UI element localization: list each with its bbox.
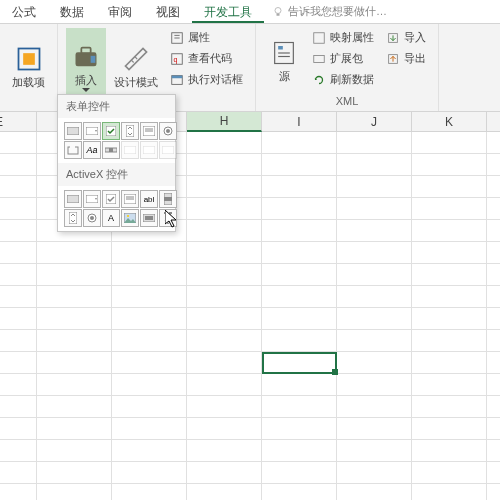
col-header-E[interactable]: E	[0, 112, 37, 132]
cell[interactable]	[37, 374, 112, 396]
cell[interactable]	[112, 308, 187, 330]
cell[interactable]	[412, 198, 487, 220]
cell[interactable]	[262, 418, 337, 440]
ax-combo[interactable]	[83, 190, 101, 208]
tab-formula[interactable]: 公式	[0, 0, 48, 23]
cell[interactable]	[487, 176, 500, 198]
cell[interactable]	[412, 132, 487, 154]
cell[interactable]	[487, 484, 500, 500]
ax-button[interactable]	[64, 190, 82, 208]
tellme-search[interactable]: 告诉我您想要做什…	[264, 0, 395, 23]
cell[interactable]	[37, 330, 112, 352]
cell[interactable]	[412, 418, 487, 440]
cell[interactable]	[487, 264, 500, 286]
cell[interactable]	[337, 330, 412, 352]
cell[interactable]	[187, 198, 262, 220]
cell[interactable]	[487, 396, 500, 418]
cell[interactable]	[412, 462, 487, 484]
cell[interactable]	[37, 308, 112, 330]
cell[interactable]	[337, 198, 412, 220]
cell[interactable]	[337, 308, 412, 330]
cell[interactable]	[487, 418, 500, 440]
refresh-button[interactable]: 刷新数据	[308, 70, 378, 89]
cell[interactable]	[112, 418, 187, 440]
form-label[interactable]: Aa	[83, 141, 101, 159]
cell[interactable]	[187, 176, 262, 198]
cell[interactable]	[262, 220, 337, 242]
tab-review[interactable]: 审阅	[96, 0, 144, 23]
addins-button[interactable]: 加载项	[8, 28, 49, 107]
form-spinner[interactable]	[121, 122, 139, 140]
cell[interactable]	[337, 242, 412, 264]
cell[interactable]	[112, 330, 187, 352]
cell[interactable]	[262, 154, 337, 176]
cell[interactable]	[0, 286, 37, 308]
cell[interactable]	[412, 484, 487, 500]
form-listbox[interactable]	[140, 122, 158, 140]
cell[interactable]	[337, 484, 412, 500]
cell[interactable]	[487, 330, 500, 352]
cell[interactable]	[262, 462, 337, 484]
cell[interactable]	[187, 264, 262, 286]
cell[interactable]	[412, 396, 487, 418]
cell[interactable]	[412, 352, 487, 374]
ax-listbox[interactable]	[121, 190, 139, 208]
expansion-button[interactable]: 扩展包	[308, 49, 378, 68]
cell[interactable]	[0, 242, 37, 264]
cell[interactable]	[487, 440, 500, 462]
cell[interactable]	[187, 440, 262, 462]
cell[interactable]	[262, 308, 337, 330]
cell[interactable]	[337, 418, 412, 440]
cell[interactable]	[337, 286, 412, 308]
ax-textbox[interactable]: abl	[140, 190, 158, 208]
form-combo[interactable]	[83, 122, 101, 140]
cell[interactable]	[412, 330, 487, 352]
cell[interactable]	[262, 484, 337, 500]
cell[interactable]	[112, 484, 187, 500]
cell[interactable]	[112, 440, 187, 462]
cell[interactable]	[37, 264, 112, 286]
cell[interactable]	[487, 374, 500, 396]
cell[interactable]	[337, 440, 412, 462]
cell[interactable]	[337, 264, 412, 286]
cell[interactable]	[187, 330, 262, 352]
cell[interactable]	[412, 242, 487, 264]
cell[interactable]	[112, 396, 187, 418]
tab-devtools[interactable]: 开发工具	[192, 0, 264, 23]
cell[interactable]	[0, 330, 37, 352]
cell[interactable]	[0, 308, 37, 330]
cell[interactable]	[262, 396, 337, 418]
cell[interactable]	[0, 440, 37, 462]
cell[interactable]	[37, 286, 112, 308]
cell[interactable]	[37, 352, 112, 374]
cell[interactable]	[337, 132, 412, 154]
cell[interactable]	[37, 440, 112, 462]
cell[interactable]	[112, 242, 187, 264]
cell[interactable]	[262, 264, 337, 286]
properties-button[interactable]: 属性	[166, 28, 247, 47]
cell[interactable]	[262, 242, 337, 264]
ax-more[interactable]	[159, 209, 177, 227]
cell[interactable]	[0, 374, 37, 396]
cell[interactable]	[412, 440, 487, 462]
form-button[interactable]	[64, 122, 82, 140]
cell[interactable]	[487, 286, 500, 308]
cell[interactable]	[262, 286, 337, 308]
cell[interactable]	[37, 484, 112, 500]
cell[interactable]	[262, 132, 337, 154]
cell[interactable]	[262, 352, 337, 374]
tab-view[interactable]: 视图	[144, 0, 192, 23]
cell[interactable]	[0, 352, 37, 374]
run-dialog-button[interactable]: 执行对话框	[166, 70, 247, 89]
cell[interactable]	[0, 462, 37, 484]
cell[interactable]	[187, 418, 262, 440]
cell[interactable]	[337, 374, 412, 396]
cell[interactable]	[0, 132, 37, 154]
ax-scrollbar[interactable]	[159, 190, 177, 208]
cell[interactable]	[337, 220, 412, 242]
cell[interactable]	[262, 440, 337, 462]
cell[interactable]	[412, 264, 487, 286]
cell[interactable]	[187, 154, 262, 176]
cell[interactable]	[262, 330, 337, 352]
cell[interactable]	[187, 286, 262, 308]
